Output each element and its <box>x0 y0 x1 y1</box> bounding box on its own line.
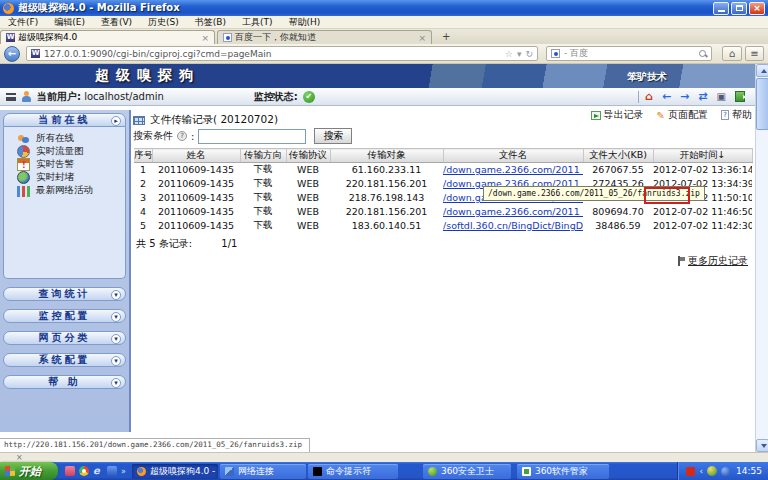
records-title-row: 文件传输记录( 20120702) <box>133 113 278 127</box>
page-config-label: 页面配置 <box>668 108 708 122</box>
tab-baidu[interactable]: 百度一下，你就知道 × <box>217 30 432 44</box>
web-search-input[interactable]: - 百度 <box>546 46 712 61</box>
search-input[interactable] <box>198 129 306 144</box>
cell-protocol: WEB <box>286 219 330 233</box>
tab-sniffer[interactable]: W 超级嗅探狗4.0 × <box>0 30 215 44</box>
messenger-icon[interactable] <box>107 466 117 476</box>
tray-360-icon[interactable] <box>707 466 717 476</box>
menu-edit[interactable]: 编辑(E) <box>46 16 93 29</box>
sidebar-item-realtime-alert[interactable]: 实时告警 <box>4 158 125 171</box>
scrollbar-thumb[interactable] <box>756 78 768 130</box>
app-forward-icon[interactable]: → <box>680 90 689 103</box>
col-starttime[interactable]: 开始时间↓ <box>653 149 752 163</box>
help-button[interactable]: ? 帮助 <box>721 108 752 122</box>
export-records-button[interactable]: 导出记录 <box>591 108 644 122</box>
cell-filesize: 267067.55 <box>583 163 653 177</box>
menu-bookmarks[interactable]: 书签(B) <box>187 16 234 29</box>
reload-icon[interactable]: ↻ <box>525 49 533 59</box>
menu-view[interactable]: 查看(V) <box>93 16 140 29</box>
chrome-icon[interactable] <box>79 466 89 476</box>
app-exit-icon[interactable] <box>735 91 745 102</box>
expand-arrow-icon[interactable]: ▾ <box>111 312 121 322</box>
sidebar-section-query-stats[interactable]: 查询统计 ▾ <box>3 287 126 301</box>
system-tray: ‹ 14:55 <box>677 462 768 480</box>
alert-calendar-icon <box>17 158 30 171</box>
col-name[interactable]: 姓名 <box>152 149 240 163</box>
tab-close-icon[interactable]: × <box>201 33 209 43</box>
sidebar-section-system-config[interactable]: 系统配置 ▾ <box>3 353 126 367</box>
new-tab-button[interactable]: + <box>438 31 454 42</box>
expand-arrow-icon[interactable]: ▾ <box>111 378 121 388</box>
search-icon[interactable] <box>699 50 707 58</box>
close-button[interactable]: × <box>749 2 765 15</box>
dropdown-icon[interactable]: ▾ <box>517 49 522 59</box>
tab-close-icon[interactable]: × <box>418 33 426 43</box>
vertical-scrollbar[interactable] <box>755 64 768 452</box>
expand-arrow-icon[interactable]: ▾ <box>111 334 121 344</box>
bookmarks-list-button[interactable]: ≡ <box>745 46 764 61</box>
filename-link[interactable]: /softdl.360.cn/BingDict/BingDi... <box>443 220 583 231</box>
task-button-sniffer[interactable]: 超级嗅探狗4.0 - ... <box>132 464 218 479</box>
col-direction[interactable]: 传输方向 <box>240 149 286 163</box>
record-count-row: 共 5 条记录: 1/1 <box>136 237 237 251</box>
col-protocol[interactable]: 传输协议 <box>286 149 330 163</box>
sidebar-item-latest-activity[interactable]: 最新网络活动 <box>4 184 125 197</box>
collapse-arrow-icon[interactable]: ▸ <box>111 116 121 126</box>
menu-history[interactable]: 历史(S) <box>140 16 187 29</box>
app-back-icon[interactable]: ← <box>662 90 671 103</box>
sidebar-section-online[interactable]: 当前在线 ▸ <box>3 113 126 127</box>
sidebar-item-traffic-graph[interactable]: 实时流量图 <box>4 145 125 158</box>
filename-link[interactable]: /down.game.2366.com/2011_... <box>443 164 583 175</box>
menu-help[interactable]: 帮助(H) <box>281 16 329 29</box>
cell-direction: 下载 <box>240 163 286 177</box>
sidebar-item-realtime-block[interactable]: 实时封堵 <box>4 171 125 184</box>
task-button-360safe[interactable]: 360安全卫士 <box>423 464 511 479</box>
ie-icon[interactable]: e <box>93 466 103 476</box>
scroll-up-icon[interactable] <box>756 64 768 77</box>
sidebar-item-all-online[interactable]: 所有在线 <box>4 132 125 145</box>
expand-arrow-icon[interactable]: ▾ <box>111 290 121 300</box>
col-index[interactable]: 序号 <box>134 149 152 163</box>
task-button-network[interactable]: 网络连接 <box>220 464 306 479</box>
sidebar-section-web-category[interactable]: 网页分类 ▾ <box>3 331 126 345</box>
menu-tools[interactable]: 工具(T) <box>234 16 281 29</box>
quicklaunch-more-icon[interactable]: » <box>121 467 126 476</box>
hamburger-icon[interactable] <box>6 93 16 101</box>
task-button-360soft[interactable]: 360软件管家 <box>517 464 609 479</box>
tray-network-icon[interactable] <box>721 467 730 476</box>
restore-button[interactable] <box>731 2 747 15</box>
search-button[interactable]: 搜索 <box>314 128 352 144</box>
cell-name: 20110609-1435 <box>152 191 240 205</box>
addon-bar-close-icon[interactable]: × <box>16 453 23 462</box>
filename-link[interactable]: /down.game.2366.com/2011_... <box>443 206 583 217</box>
bookmark-star-icon[interactable]: ☆ <box>505 49 513 59</box>
expand-arrow-icon[interactable]: ▾ <box>111 356 121 366</box>
col-filesize[interactable]: 文件大小(KB) <box>583 149 653 163</box>
cell-index: 4 <box>134 205 152 219</box>
start-button[interactable]: 开始 <box>0 462 58 480</box>
cell-direction: 下载 <box>240 219 286 233</box>
pencil-icon: ✎ <box>657 110 665 121</box>
cell-direction: 下载 <box>240 205 286 219</box>
sidebar-section-help[interactable]: 帮 助 ▾ <box>3 375 126 389</box>
scroll-down-icon[interactable] <box>756 439 768 452</box>
task-button-cmd[interactable]: 命令提示符 <box>308 464 398 479</box>
url-bar[interactable]: W 127.0.0.1:9090/cgi-bin/cgiproj.cgi?cmd… <box>26 46 538 61</box>
app-refresh-icon[interactable]: ⇄ <box>698 90 707 103</box>
col-filename[interactable]: 文件名 <box>443 149 583 163</box>
sidebar-section-monitor-config[interactable]: 监控配置 ▾ <box>3 309 126 323</box>
app-home-icon[interactable]: ⌂ <box>645 90 653 103</box>
export-records-label: 导出记录 <box>604 108 644 122</box>
col-target[interactable]: 传输对象 <box>330 149 443 163</box>
minimize-button[interactable] <box>713 2 729 15</box>
tray-app-icon[interactable] <box>686 467 695 476</box>
menu-file[interactable]: 文件(F) <box>0 16 46 29</box>
back-button[interactable]: ← <box>4 46 20 62</box>
sidebar: 当前在线 ▸ 所有在线 实时流量图 实时告警 实时封堵 <box>0 110 131 432</box>
quicklaunch-app-icon[interactable] <box>65 466 75 476</box>
page-config-button[interactable]: ✎ 页面配置 <box>657 108 708 122</box>
home-button[interactable]: ⌂ <box>722 46 742 61</box>
more-history-link[interactable]: 更多历史记录 <box>677 254 748 268</box>
tray-collapse-icon[interactable]: ‹ <box>699 466 703 476</box>
app-monitor-icon[interactable]: ▣ <box>717 91 726 102</box>
